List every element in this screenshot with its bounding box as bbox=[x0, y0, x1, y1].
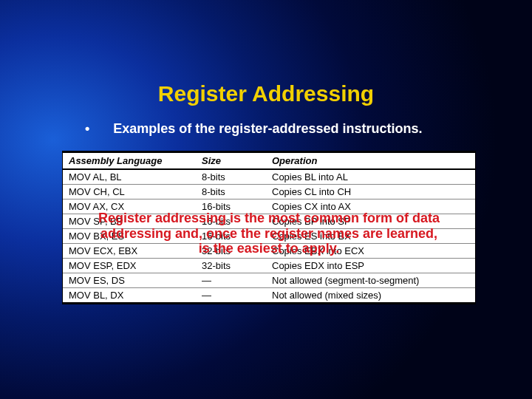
cell-size: 32-bits bbox=[196, 259, 266, 273]
cell-op: Copies EBX into ECX bbox=[266, 244, 475, 259]
table-row: MOV BL, DX — Not allowed (mixed sizes) bbox=[63, 288, 475, 304]
table-row: MOV CH, CL 8-bits Copies CL into CH bbox=[63, 185, 475, 200]
bullet-marker: • bbox=[85, 121, 89, 137]
cell-asm: MOV CH, CL bbox=[63, 185, 196, 200]
table-header-row: Assembly Language Size Operation bbox=[63, 152, 475, 169]
cell-op: Copies EDX into ESP bbox=[266, 259, 475, 273]
table-row: MOV ESP, EDX 32-bits Copies EDX into ESP bbox=[63, 259, 475, 273]
table-row: MOV SP, BP 16-bits Copies BP into SP bbox=[63, 214, 475, 229]
cell-op: Not allowed (segment-to-segment) bbox=[266, 273, 475, 288]
cell-op: Copies ES into BX bbox=[266, 229, 475, 244]
cell-size: — bbox=[196, 288, 266, 304]
cell-size: 16-bits bbox=[196, 229, 266, 244]
th-assembly: Assembly Language bbox=[63, 152, 196, 169]
slide: Register Addressing • Examples of the re… bbox=[0, 0, 532, 399]
bullet-text: Examples of the register-addressed instr… bbox=[113, 121, 422, 137]
cell-asm: MOV ES, DS bbox=[63, 273, 196, 288]
bullet-row: • Examples of the register-addressed ins… bbox=[85, 121, 488, 137]
cell-asm: MOV AL, BL bbox=[63, 169, 196, 185]
th-size: Size bbox=[196, 152, 266, 169]
cell-asm: MOV AX, CX bbox=[63, 200, 196, 214]
table-row: MOV BX, ES 16-bits Copies ES into BX bbox=[63, 229, 475, 244]
cell-size: 8-bits bbox=[196, 185, 266, 200]
table-row: MOV ECX, EBX 32-bits Copies EBX into ECX bbox=[63, 244, 475, 259]
cell-asm: MOV SP, BP bbox=[63, 214, 196, 229]
cell-asm: MOV BX, ES bbox=[63, 229, 196, 244]
cell-asm: MOV BL, DX bbox=[63, 288, 196, 304]
table-row: MOV ES, DS — Not allowed (segment-to-seg… bbox=[63, 273, 475, 288]
cell-asm: MOV ECX, EBX bbox=[63, 244, 196, 259]
cell-op: Copies BP into SP bbox=[266, 214, 475, 229]
cell-size: 16-bits bbox=[196, 214, 266, 229]
cell-size: 8-bits bbox=[196, 169, 266, 185]
cell-size: 16-bits bbox=[196, 200, 266, 214]
table-row: MOV AL, BL 8-bits Copies BL into AL bbox=[63, 169, 475, 185]
table-row: MOV AX, CX 16-bits Copies CX into AX bbox=[63, 200, 475, 214]
cell-size: — bbox=[196, 273, 266, 288]
slide-title: Register Addressing bbox=[0, 81, 532, 106]
cell-op: Copies CL into CH bbox=[266, 185, 475, 200]
cell-op: Copies CX into AX bbox=[266, 200, 475, 214]
th-operation: Operation bbox=[266, 152, 475, 169]
cell-size: 32-bits bbox=[196, 244, 266, 259]
instruction-table: Assembly Language Size Operation MOV AL,… bbox=[62, 151, 476, 304]
cell-op: Not allowed (mixed sizes) bbox=[266, 288, 475, 304]
cell-asm: MOV ESP, EDX bbox=[63, 259, 196, 273]
cell-op: Copies BL into AL bbox=[266, 169, 475, 185]
